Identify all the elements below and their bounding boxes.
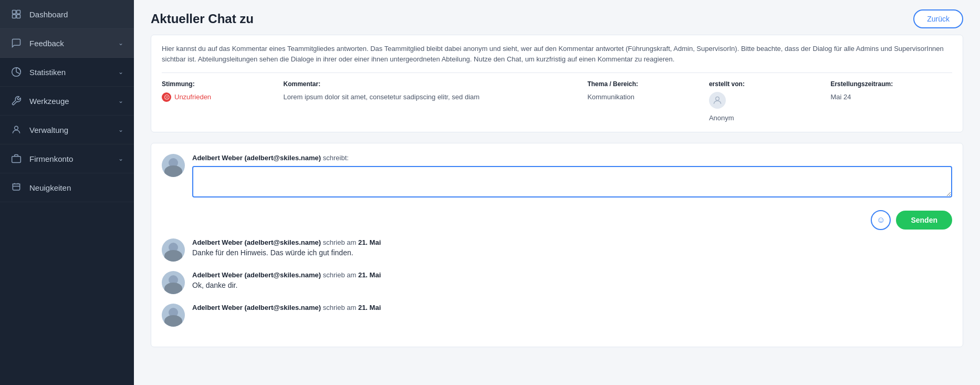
thema-label: Thema / Bereich: <box>587 79 709 89</box>
current-user-avatar <box>162 154 185 177</box>
message-content: Adelbert Weber (adelbert@skiles.name) sc… <box>192 271 952 294</box>
message-content: Adelbert Weber (adelbert@skiles.name) sc… <box>192 238 952 262</box>
sidebar-item-firmenkonto[interactable]: Firmenkonto ⌄ <box>0 144 134 173</box>
message-sender: Adelbert Weber (adelbert@skiles.name) <box>192 304 321 311</box>
message-avatar <box>162 304 185 327</box>
kommentar-value: Lorem ipsum dolor sit amet, consetetur s… <box>284 92 588 102</box>
unhappy-icon: ☹ <box>162 92 171 102</box>
svg-rect-3 <box>17 15 20 18</box>
meta-stimmung: Stimmung: ☹ Unzufrieden <box>162 79 284 123</box>
svg-point-7 <box>15 126 18 130</box>
feedback-meta: Stimmung: ☹ Unzufrieden Kommentar: Lorem… <box>162 72 952 123</box>
message-avatar <box>162 238 185 262</box>
meta-thema: Thema / Bereich: Kommunikation <box>587 79 709 123</box>
chat-messages: Adelbert Weber (adelbert@skiles.name) sc… <box>162 238 952 327</box>
message-sender: Adelbert Weber (adelbert@skiles.name) <box>192 271 321 279</box>
firmenkonto-icon <box>11 153 22 164</box>
chevron-down-icon: ⌄ <box>118 126 123 133</box>
message-text: Danke für den Hinweis. Das würde ich gut… <box>192 248 952 257</box>
message-header: Adelbert Weber (adelbert@skiles.name) sc… <box>192 304 952 311</box>
chat-message: Adelbert Weber (adelbert@skiles.name) sc… <box>162 304 952 327</box>
page-title: Aktueller Chat zu <box>151 12 254 26</box>
neuigkeiten-icon <box>11 182 22 193</box>
message-header: Adelbert Weber (adelbert@skiles.name) sc… <box>192 238 952 246</box>
meta-erstellt: erstellt von: Anonym <box>709 79 831 123</box>
sidebar: Dashboard Feedback ⌄ Statistiken ⌄ Werkz… <box>0 0 134 385</box>
sidebar-label-neuigkeiten: Neuigkeiten <box>29 183 71 192</box>
erstellt-label: erstellt von: <box>709 79 831 89</box>
kommentar-label: Kommentar: <box>284 79 588 89</box>
message-date: 21. Mai <box>358 238 381 246</box>
dashboard-icon <box>11 8 22 20</box>
anon-avatar <box>709 92 726 109</box>
sidebar-label-werkzeuge: Werkzeuge <box>29 97 69 106</box>
svg-line-6 <box>16 72 20 74</box>
sidebar-item-neuigkeiten[interactable]: Neuigkeiten <box>0 173 134 202</box>
message-date: 21. Mai <box>358 271 381 279</box>
chat-message: Adelbert Weber (adelbert@skiles.name) sc… <box>162 238 952 262</box>
chevron-down-icon: ⌄ <box>118 155 123 162</box>
main-content: Hier kannst du auf das Kommentar eines T… <box>134 35 980 385</box>
chat-input-area: Adelbert Weber (adelbert@skiles.name) sc… <box>162 154 952 200</box>
svg-rect-0 <box>13 11 16 14</box>
statistiken-icon <box>11 66 22 78</box>
message-content: Adelbert Weber (adelbert@skiles.name) sc… <box>192 304 952 327</box>
feedback-icon <box>11 37 22 49</box>
chat-sender-label: Adelbert Weber (adelbert@skiles.name) sc… <box>192 154 952 162</box>
sidebar-label-feedback: Feedback <box>29 39 64 48</box>
svg-rect-8 <box>12 157 21 163</box>
chevron-down-icon: ⌄ <box>118 68 123 76</box>
svg-point-12 <box>716 97 720 100</box>
page-header: Aktueller Chat zu Zurück <box>134 0 980 35</box>
zeitraum-label: Erstellungszeitraum: <box>830 79 952 89</box>
verwaltung-icon <box>11 124 22 136</box>
main-area: Aktueller Chat zu Zurück Hier kannst du … <box>134 0 980 385</box>
message-text: Ok, danke dir. <box>192 281 952 289</box>
erstellt-value: Anonym <box>709 113 831 123</box>
sidebar-item-verwaltung[interactable]: Verwaltung ⌄ <box>0 116 134 144</box>
svg-rect-1 <box>17 11 20 14</box>
werkzeuge-icon <box>11 95 22 107</box>
sidebar-item-feedback[interactable]: Feedback ⌄ <box>0 29 134 58</box>
chat-section: Adelbert Weber (adelbert@skiles.name) sc… <box>151 143 963 347</box>
meta-kommentar: Kommentar: Lorem ipsum dolor sit amet, c… <box>284 79 588 123</box>
thema-value: Kommunikation <box>587 92 709 102</box>
message-sender: Adelbert Weber (adelbert@skiles.name) <box>192 238 321 246</box>
message-header: Adelbert Weber (adelbert@skiles.name) sc… <box>192 271 952 279</box>
meta-zeitraum: Erstellungszeitraum: Mai 24 <box>830 79 952 123</box>
stimmung-value: ☹ Unzufrieden <box>162 92 284 102</box>
svg-rect-2 <box>13 15 16 18</box>
anon-container: Anonym <box>709 92 831 123</box>
chat-input-right: Adelbert Weber (adelbert@skiles.name) sc… <box>192 154 952 200</box>
info-text: Hier kannst du auf das Kommentar eines T… <box>162 44 952 64</box>
sidebar-item-statistiken[interactable]: Statistiken ⌄ <box>0 58 134 87</box>
sidebar-item-werkzeuge[interactable]: Werkzeuge ⌄ <box>0 87 134 116</box>
chat-message: Adelbert Weber (adelbert@skiles.name) sc… <box>162 271 952 294</box>
chevron-down-icon: ⌄ <box>118 97 123 105</box>
sidebar-item-dashboard[interactable]: Dashboard <box>0 0 134 29</box>
emoji-button[interactable]: ☺ <box>871 210 891 230</box>
sidebar-label-firmenkonto: Firmenkonto <box>29 154 73 163</box>
sidebar-label-statistiken: Statistiken <box>29 68 66 77</box>
message-avatar <box>162 271 185 294</box>
info-box: Hier kannst du auf das Kommentar eines T… <box>151 35 963 132</box>
stimmung-label: Stimmung: <box>162 79 284 89</box>
sidebar-label-verwaltung: Verwaltung <box>29 126 68 134</box>
chat-actions: ☺ Senden <box>162 210 952 230</box>
sidebar-label-dashboard: Dashboard <box>29 10 68 19</box>
message-date: 21. Mai <box>358 304 381 311</box>
chevron-down-icon: ⌄ <box>118 39 123 47</box>
send-button[interactable]: Senden <box>896 211 952 230</box>
chat-input[interactable] <box>192 166 952 197</box>
zeitraum-value: Mai 24 <box>830 92 952 102</box>
sender-name: Adelbert Weber (adelbert@skiles.name) <box>192 154 323 162</box>
back-button[interactable]: Zurück <box>913 9 963 28</box>
